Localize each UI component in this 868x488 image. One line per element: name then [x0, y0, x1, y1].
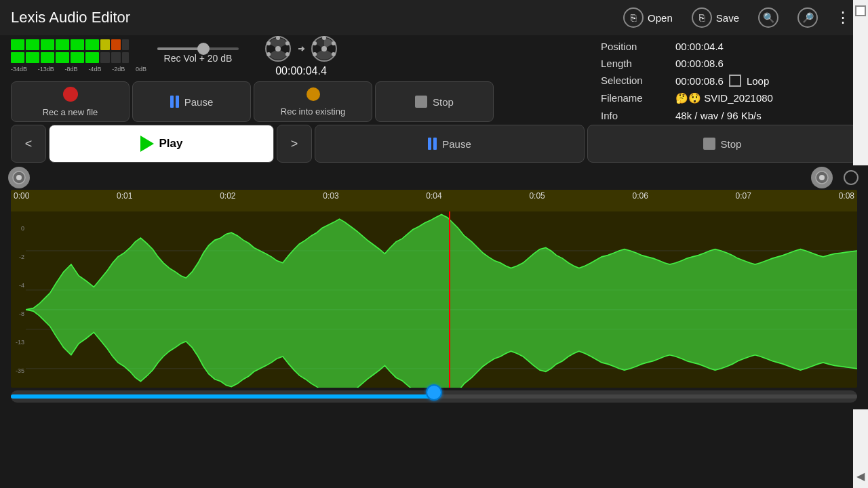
forward-arrow-icon: > — [291, 137, 298, 151]
svg-point-15 — [16, 175, 22, 180]
svg-point-1 — [275, 46, 281, 52]
vu-bar-row-top — [11, 39, 146, 50]
scrollbar[interactable] — [11, 390, 857, 403]
pause2-button[interactable]: Pause — [315, 125, 585, 163]
sidebar-back-arrow[interactable]: ◀ — [856, 470, 865, 483]
vu-meter: -34dB -13dB -8dB -4dB -2dB 0dB — [11, 39, 146, 73]
length-label: Length — [601, 58, 675, 69]
rec-new-button[interactable]: Rec a new file — [11, 81, 130, 122]
forward-button[interactable]: > — [277, 125, 312, 163]
vu-seg-yellow — [100, 39, 110, 50]
rec-existing-icon — [307, 87, 320, 101]
vu-seg-off — [100, 52, 110, 63]
filename-label: Filename — [601, 92, 675, 104]
spinner-right — [309, 34, 339, 64]
vu-seg — [26, 39, 39, 50]
info-value: 48k / wav / 96 Kb/s — [675, 110, 837, 121]
stop1-button[interactable]: Stop — [375, 81, 494, 122]
selection-label: Selection — [601, 75, 675, 87]
markers-row — [0, 165, 868, 190]
search-button[interactable]: 🔍 — [750, 3, 787, 32]
svg-point-2 — [276, 36, 280, 40]
header: Lexis Audio Editor ⎘ Open ⎘ Save 🔍 🔎 ⋮ — [0, 0, 868, 35]
zoom-icon: 🔎 — [797, 7, 818, 28]
svg-point-17 — [819, 175, 825, 180]
timeline[interactable]: 0:00 0:01 0:02 0:03 0:04 0:05 0:06 0:07 … — [11, 190, 857, 211]
info-panel: Position 00:00:04.4 Length 00:00:08.6 Se… — [590, 35, 848, 127]
filename-value: 🤔😲 SVID_2021080 — [675, 92, 825, 104]
play-button[interactable]: Play — [49, 125, 274, 163]
vu-seg-red — [111, 39, 121, 50]
transport-arrow-icon — [296, 43, 307, 54]
svg-point-11 — [313, 41, 317, 45]
vu-seg — [26, 52, 39, 63]
open-button[interactable]: ⎘ Open — [615, 3, 681, 32]
vu-seg — [71, 39, 84, 50]
zoom-button[interactable]: 🔎 — [789, 3, 826, 32]
scrollbar-fill — [11, 394, 434, 399]
right-circle-marker — [844, 170, 859, 185]
marker-pin-right[interactable] — [811, 167, 833, 188]
pause2-icon — [428, 138, 437, 150]
stop2-icon — [703, 138, 715, 150]
vu-seg — [41, 52, 54, 63]
svg-point-3 — [285, 41, 290, 45]
transport-area: 00:00:04.4 — [263, 34, 339, 77]
selection-value-row: 00:00:08.6 Loop — [675, 75, 837, 87]
waveform-container: 0:00 0:01 0:02 0:03 0:04 0:05 0:06 0:07 … — [0, 165, 868, 409]
rec-vol-label: Rec Vol + 20 dB — [164, 53, 233, 64]
svg-point-5 — [285, 52, 290, 56]
spinner-left — [263, 34, 293, 64]
vu-seg — [56, 52, 69, 63]
rec-vol-slider[interactable] — [157, 47, 239, 50]
scrollbar-thumb[interactable] — [426, 384, 442, 401]
vu-seg-off — [122, 39, 129, 50]
db-labels: 0 -2 -4 -8 -13 -35 — [11, 211, 26, 388]
svg-point-13 — [313, 52, 317, 56]
stop-icon — [415, 96, 427, 108]
marker-pin-left[interactable] — [8, 167, 30, 188]
playhead[interactable] — [449, 211, 450, 388]
vu-seg — [11, 39, 24, 50]
transport-time: 00:00:04.4 — [275, 65, 327, 77]
rec-vol-area: Rec Vol + 20 dB — [157, 47, 239, 64]
vu-seg — [56, 39, 69, 50]
button-row-2: < Play > Pause Stop — [0, 125, 868, 163]
position-label: Position — [601, 41, 675, 52]
waveform-canvas[interactable]: 0 -2 -4 -8 -13 -35 — [11, 211, 857, 388]
svg-point-12 — [332, 52, 336, 56]
back-arrow-icon: < — [25, 137, 33, 151]
timeline-labels: 0:00 0:01 0:02 0:03 0:04 0:05 0:06 0:07 … — [11, 191, 857, 201]
vu-seg — [85, 39, 99, 50]
stop2-button[interactable]: Stop — [587, 125, 857, 163]
vu-labels: -34dB -13dB -8dB -4dB -2dB 0dB — [11, 66, 146, 73]
vu-seg — [85, 52, 99, 63]
pause1-button[interactable]: Pause — [132, 81, 251, 122]
rec-existing-button[interactable]: Rec into existing — [254, 81, 372, 122]
header-actions: ⎘ Open ⎘ Save 🔍 🔎 ⋮ — [615, 3, 857, 32]
svg-point-4 — [267, 41, 271, 45]
save-icon: ⎘ — [692, 7, 712, 28]
info-label: Info — [601, 110, 675, 121]
position-value: 00:00:04.4 — [675, 41, 837, 52]
svg-point-8 — [321, 46, 327, 52]
vu-seg-off — [111, 52, 121, 63]
save-button[interactable]: ⎘ Save — [684, 3, 747, 32]
length-value: 00:00:08.6 — [675, 58, 837, 69]
vu-seg — [11, 52, 24, 63]
sidebar-checkbox-top[interactable] — [855, 5, 866, 16]
spinners — [263, 34, 339, 64]
back-button[interactable]: < — [11, 125, 46, 163]
vu-bar-row-bot — [11, 52, 146, 63]
app-title: Lexis Audio Editor — [11, 9, 615, 26]
vu-seg — [41, 39, 54, 50]
svg-point-9 — [322, 36, 326, 40]
svg-point-6 — [267, 52, 271, 56]
waveform-svg — [26, 211, 857, 388]
rec-vol-thumb[interactable] — [197, 43, 210, 55]
vu-seg — [71, 52, 84, 63]
open-icon: ⎘ — [623, 7, 644, 28]
rec-icon — [63, 87, 78, 102]
svg-point-10 — [332, 41, 336, 45]
loop-checkbox[interactable] — [729, 75, 741, 87]
